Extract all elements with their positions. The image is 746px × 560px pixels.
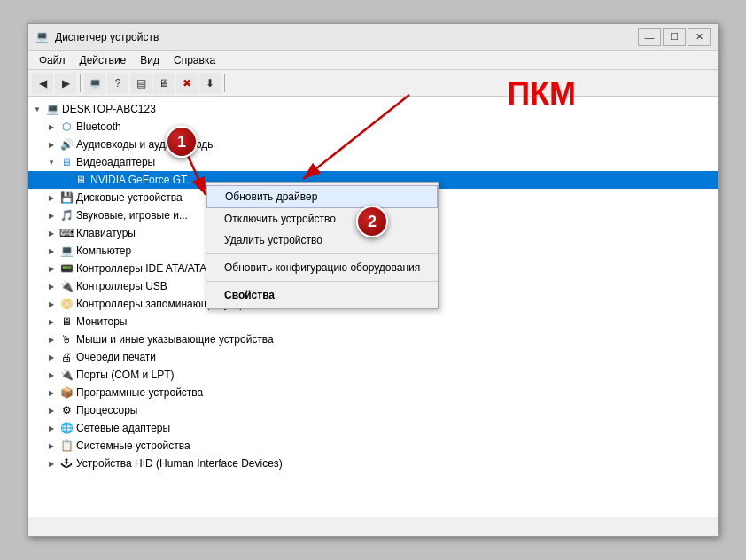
- expand-mouse: ▶: [46, 334, 57, 345]
- tree-video[interactable]: ▼ 🖥 Видеоадаптеры: [28, 153, 718, 171]
- toolbar-update[interactable]: ⬇: [199, 73, 221, 94]
- annotation-circle-2: 2: [356, 206, 388, 237]
- tree-bluetooth[interactable]: ▶ ⬡ Bluetooth: [28, 118, 718, 136]
- tree-audio[interactable]: ▶ 🔊 Аудиовходы и аудиовыходы: [28, 136, 718, 153]
- menu-view[interactable]: Вид: [133, 52, 167, 68]
- mouse-label: Мыши и иные указывающие устройства: [76, 333, 274, 346]
- minimize-button[interactable]: —: [638, 28, 661, 46]
- pkm-annotation-label: ПКМ: [507, 75, 576, 113]
- maximize-button[interactable]: ☐: [663, 28, 686, 46]
- keyboard-label: Клавиатуры: [76, 227, 136, 239]
- toolbar-delete[interactable]: ✖: [176, 73, 198, 94]
- menu-action[interactable]: Действие: [73, 52, 134, 68]
- toolbar-computer[interactable]: 💻: [84, 73, 105, 94]
- expand-network: ▶: [46, 423, 57, 433]
- disk-label: Дисковые устройства: [76, 191, 183, 204]
- tree-root[interactable]: ▼ 💻 DESKTOP-ABC123: [28, 100, 718, 118]
- circle-2-label: 2: [368, 213, 377, 231]
- expand-computer: ▶: [46, 245, 57, 256]
- software-devices-label: Программные устройства: [76, 386, 203, 399]
- network-icon: 🌐: [59, 421, 74, 435]
- usb-icon: 🔌: [59, 279, 74, 293]
- monitor-icon: 🖥: [59, 315, 74, 329]
- ports-icon: 🔌: [59, 368, 74, 382]
- ctx-sep-1: [206, 253, 438, 254]
- toolbar-help[interactable]: ?: [107, 73, 128, 94]
- ctx-sep-2: [206, 281, 438, 282]
- expand-root: ▼: [32, 104, 43, 114]
- expand-bluetooth: ▶: [46, 121, 57, 132]
- expand-disk: ▶: [46, 192, 57, 203]
- sound-icon: 🎵: [59, 208, 74, 222]
- root-label: DESKTOP-ABC123: [62, 103, 156, 115]
- expand-system: ▶: [46, 440, 57, 451]
- mouse-icon: 🖱: [59, 332, 74, 346]
- toolbar-back[interactable]: ◀: [32, 73, 53, 94]
- system-icon: 📋: [59, 439, 74, 453]
- cpu-icon: ⚙: [59, 403, 74, 417]
- expand-sound: ▶: [46, 210, 57, 221]
- tree-mouse[interactable]: ▶ 🖱 Мыши и иные указывающие устройства: [28, 331, 718, 348]
- title-bar: 💻 Диспетчер устройств — ☐ ✕: [28, 24, 718, 51]
- nvidia-icon: 🖥: [74, 173, 88, 187]
- annotation-circle-1: 1: [166, 126, 198, 158]
- tree-network[interactable]: ▶ 🌐 Сетевые адаптеры: [28, 419, 718, 437]
- audio-icon: 🔊: [59, 137, 74, 152]
- tree-hid[interactable]: ▶ 🕹 Устройства HID (Human Interface Devi…: [28, 455, 718, 472]
- toolbar-list[interactable]: ▤: [130, 73, 152, 94]
- ctx-properties[interactable]: Свойства: [206, 284, 438, 306]
- window-controls: — ☐ ✕: [638, 28, 711, 46]
- software-devices-icon: 📦: [59, 385, 74, 400]
- ctx-disable-device[interactable]: Отключить устройство: [206, 208, 438, 229]
- expand-print: ▶: [46, 352, 57, 362]
- system-label: Системные устройства: [76, 439, 190, 452]
- tree-system[interactable]: ▶ 📋 Системные устройства: [28, 437, 718, 455]
- toolbar-sep-2: [224, 74, 225, 92]
- hid-label: Устройства HID (Human Interface Devices): [76, 457, 283, 470]
- ctx-update-driver[interactable]: Обновить драйвер: [206, 185, 438, 208]
- context-menu: Обновить драйвер Отключить устройство Уд…: [206, 182, 439, 309]
- ctx-remove-device[interactable]: Удалить устройство: [206, 229, 438, 251]
- expand-monitors: ▶: [46, 316, 57, 327]
- tree-ports[interactable]: ▶ 🔌 Порты (COM и LPT): [28, 366, 718, 384]
- menu-file[interactable]: Файл: [32, 52, 73, 68]
- expand-storage: ▶: [46, 299, 57, 309]
- ide-label: Контроллеры IDE ATA/ATAPI: [76, 262, 217, 275]
- expand-hid: ▶: [46, 458, 57, 469]
- tree-cpu[interactable]: ▶ ⚙ Процессоры: [28, 401, 718, 419]
- ctx-refresh-hardware[interactable]: Обновить конфигурацию оборудования: [206, 257, 438, 278]
- sound-label: Звуковые, игровые и...: [76, 209, 188, 222]
- hid-icon: 🕹: [59, 456, 74, 471]
- toolbar-sep-1: [80, 74, 81, 92]
- window-icon: 💻: [35, 30, 50, 44]
- video-label: Видеоадаптеры: [76, 156, 155, 168]
- ports-label: Порты (COM и LPT): [76, 369, 175, 381]
- computer2-icon: 💻: [59, 244, 74, 258]
- tree-monitors[interactable]: ▶ 🖥 Мониторы: [28, 313, 718, 331]
- print-icon: 🖨: [59, 350, 74, 364]
- close-button[interactable]: ✕: [688, 28, 711, 46]
- expand-nvidia: [60, 175, 71, 185]
- video-icon: 🖥: [59, 155, 74, 169]
- bluetooth-label: Bluetooth: [76, 121, 121, 133]
- expand-cpu: ▶: [46, 405, 57, 416]
- disk-icon: 💾: [59, 191, 74, 205]
- toolbar: ◀ ▶ 💻 ? ▤ 🖥 ✖ ⬇ ПКМ: [28, 70, 718, 97]
- expand-software-devices: ▶: [46, 387, 57, 398]
- tree-print[interactable]: ▶ 🖨 Очереди печати: [28, 348, 718, 366]
- menu-help[interactable]: Справка: [167, 52, 222, 68]
- ide-icon: 📟: [59, 261, 74, 276]
- toolbar-forward[interactable]: ▶: [55, 73, 76, 94]
- network-label: Сетевые адаптеры: [76, 422, 170, 434]
- monitors-label: Мониторы: [76, 315, 127, 328]
- window-title: Диспетчер устройств: [55, 31, 159, 43]
- expand-audio: ▶: [46, 139, 57, 150]
- expand-ide: ▶: [46, 263, 57, 274]
- toolbar-monitor[interactable]: 🖥: [153, 73, 175, 94]
- expand-usb: ▶: [46, 281, 57, 292]
- circle-1-label: 1: [177, 133, 186, 152]
- print-label: Очереди печати: [76, 351, 156, 363]
- expand-ports: ▶: [46, 369, 57, 380]
- tree-software-devices[interactable]: ▶ 📦 Программные устройства: [28, 384, 718, 401]
- usb-label: Контроллеры USB: [76, 280, 167, 292]
